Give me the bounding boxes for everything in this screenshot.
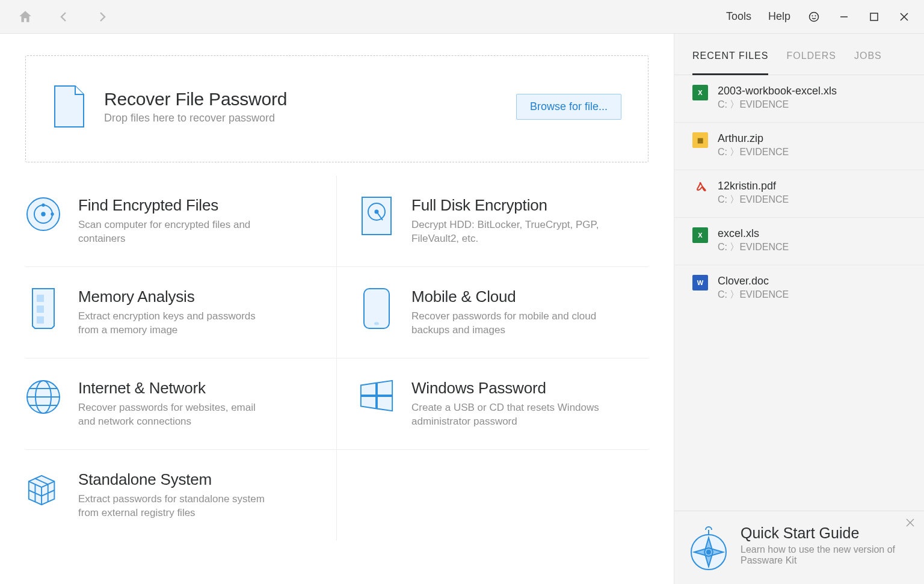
tab-folders[interactable]: FOLDERS [786,51,836,67]
card-sub: Extract encryption keys and passwords fr… [78,310,271,337]
globe-icon [25,379,61,417]
dropzone-title: Recover File Password [104,89,498,109]
excel-icon: X [692,227,708,243]
card-sub: Decrypt HDD: BitLocker, TrueCrypt, PGP, … [411,218,604,246]
card-title: Standalone System [78,470,271,489]
home-button[interactable] [17,8,34,25]
cube-icon [25,470,61,509]
forward-button[interactable] [94,8,111,25]
svg-point-20 [707,550,710,554]
card-title: Memory Analysis [78,287,271,306]
card-title: Find Encrypted Files [78,196,271,215]
recover-dropzone[interactable]: Recover File Password Drop files here to… [25,55,648,162]
svg-rect-12 [37,295,44,302]
file-name: 2003-workbook-excel.xls [718,85,837,97]
feature-cards: Find Encrypted Files Scan computer for e… [25,176,648,541]
quick-start-guide[interactable]: Quick Start Guide Learn how to use the n… [674,511,924,584]
dropzone-subtitle: Drop files here to recover password [104,112,498,124]
file-path: C: 〉EVIDENCE [718,194,789,206]
tab-jobs[interactable]: JOBS [854,51,882,67]
close-icon[interactable] [906,518,914,529]
file-path: C: 〉EVIDENCE [718,99,837,111]
svg-point-7 [42,204,44,206]
card-sub: Scan computer for encrypted files and co… [78,218,271,246]
guide-sub: Learn how to use the new version of Pass… [741,544,897,566]
svg-point-2 [815,16,816,16]
card-title: Mobile & Cloud [411,287,604,306]
browse-button[interactable]: Browse for file... [516,94,621,120]
card-memory-analysis[interactable]: Memory Analysis Extract encryption keys … [25,267,337,358]
tab-recent-files[interactable]: RECENT FILES [692,51,768,75]
file-path: C: 〉EVIDENCE [718,146,789,159]
card-sub: Recover passwords for mobile and cloud b… [411,310,604,337]
guide-title: Quick Start Guide [741,524,897,542]
pdf-icon [692,180,708,195]
svg-point-0 [810,12,819,21]
sidebar: RECENT FILES FOLDERS JOBS X 2003-workboo… [674,34,924,584]
windows-icon [359,379,395,417]
file-item[interactable]: X excel.xlsC: 〉EVIDENCE [674,218,924,265]
feedback-icon[interactable] [807,10,821,23]
card-title: Full Disk Encryption [411,196,604,215]
topbar-right: Tools Help [726,10,911,23]
card-full-disk-encryption[interactable]: Full Disk Encryption Decrypt HDD: BitLoc… [337,176,648,267]
ram-icon [25,287,61,326]
file-icon [52,85,86,128]
disk-icon [359,196,395,235]
card-internet-network[interactable]: Internet & Network Recover passwords for… [25,358,337,450]
zip-icon: ▦ [692,132,708,148]
file-item[interactable]: 12kristin.pdfC: 〉EVIDENCE [674,170,924,218]
topbar: Tools Help [0,0,924,34]
menu-help[interactable]: Help [768,10,790,23]
word-icon: W [692,275,708,290]
file-path: C: 〉EVIDENCE [718,241,789,254]
card-title: Windows Password [411,379,604,398]
minimize-button[interactable] [837,10,851,23]
nav-controls [17,8,111,25]
svg-rect-14 [37,316,44,324]
card-standalone-system[interactable]: Standalone System Extract passwords for … [25,450,337,541]
mobile-icon [359,287,395,326]
card-windows-password[interactable]: Windows Password Create a USB or CD that… [337,358,648,450]
file-name: Clover.doc [718,275,789,287]
svg-point-6 [42,212,45,215]
compass-icon [690,524,727,562]
card-sub: Recover passwords for websites, email an… [78,401,271,429]
file-path: C: 〉EVIDENCE [718,289,789,301]
file-name: excel.xls [718,227,789,240]
main-area: Recover File Password Drop files here to… [0,34,674,584]
file-name: Arthur.zip [718,132,789,145]
card-sub: Create a USB or CD that resets Windows a… [411,401,604,429]
recent-files-list: X 2003-workbook-excel.xlsC: 〉EVIDENCE ▦ … [674,75,924,511]
maximize-button[interactable] [867,10,881,23]
sidebar-tabs: RECENT FILES FOLDERS JOBS [674,34,924,75]
close-button[interactable] [898,10,911,23]
svg-point-16 [374,322,379,325]
svg-rect-3 [870,13,878,20]
excel-icon: X [692,85,708,100]
target-icon [25,196,61,235]
card-sub: Extract passwords for standalone system … [78,493,271,520]
file-item[interactable]: X 2003-workbook-excel.xlsC: 〉EVIDENCE [674,75,924,123]
file-item[interactable]: W Clover.docC: 〉EVIDENCE [674,265,924,312]
svg-point-11 [375,211,378,214]
file-name: 12kristin.pdf [718,180,789,192]
svg-point-1 [812,16,813,16]
card-title: Internet & Network [78,379,271,398]
svg-rect-13 [37,306,44,313]
svg-point-8 [51,213,53,215]
file-item[interactable]: ▦ Arthur.zipC: 〉EVIDENCE [674,123,924,170]
back-button[interactable] [55,8,72,25]
menu-tools[interactable]: Tools [726,10,751,23]
card-find-encrypted-files[interactable]: Find Encrypted Files Scan computer for e… [25,176,337,267]
card-mobile-cloud[interactable]: Mobile & Cloud Recover passwords for mob… [337,267,648,358]
